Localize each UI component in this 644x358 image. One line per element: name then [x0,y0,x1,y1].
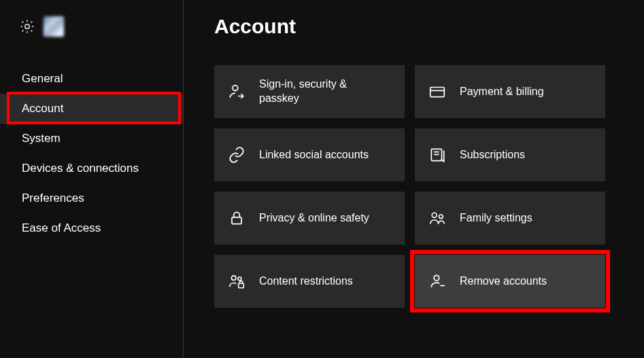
svg-rect-2 [430,88,445,97]
tile-signin-security[interactable]: Sign-in, security & passkey [214,65,405,118]
sidebar-item-account[interactable]: Account [0,94,183,124]
card-icon [428,83,446,101]
tile-label: Sign-in, security & passkey [259,77,388,106]
sidebar-item-preferences[interactable]: Preferences [0,183,183,213]
sidebar-item-devices[interactable]: Devices & connections [0,154,183,183]
sidebar: General Account System Devices & connect… [0,0,184,358]
svg-point-8 [432,213,437,217]
tile-label: Payment & billing [460,85,544,99]
tile-label: Subscriptions [460,148,525,162]
tile-label: Privacy & online safety [259,211,369,226]
sidebar-item-label: Account [22,102,63,115]
sidebar-nav: General Account System Devices & connect… [0,64,183,243]
sidebar-item-ease-of-access[interactable]: Ease of Access [0,213,183,243]
page-title: Account [214,15,624,38]
tile-linked-social[interactable]: Linked social accounts [214,128,405,181]
avatar [44,16,64,37]
svg-rect-12 [239,283,244,288]
person-remove-icon [428,272,446,290]
tile-grid: Sign-in, security & passkey Payment & bi… [214,65,624,308]
sidebar-item-system[interactable]: System [0,124,183,154]
people-lock-icon [228,272,245,290]
gear-icon [19,18,35,35]
tile-family-settings[interactable]: Family settings [415,192,605,245]
svg-point-1 [233,86,238,91]
lock-icon [228,209,245,227]
svg-rect-7 [232,217,241,224]
svg-point-0 [25,24,29,29]
person-signin-icon [228,83,245,101]
sidebar-item-label: Ease of Access [22,221,101,234]
tile-privacy-safety[interactable]: Privacy & online safety [214,192,405,245]
svg-point-10 [231,276,236,281]
tile-label: Family settings [460,211,532,226]
people-icon [428,209,446,227]
sidebar-header [0,12,183,64]
link-icon [228,146,245,164]
tile-content-restrictions[interactable]: Content restrictions [214,255,405,308]
tile-label: Remove accounts [460,274,547,289]
sidebar-item-label: System [22,132,61,145]
tile-label: Content restrictions [259,274,353,289]
tile-subscriptions[interactable]: Subscriptions [415,128,605,181]
svg-point-11 [238,277,241,281]
svg-point-9 [439,215,443,219]
sidebar-item-label: General [22,72,63,85]
tile-label: Linked social accounts [259,148,369,162]
svg-point-13 [434,275,439,281]
tile-remove-accounts[interactable]: Remove accounts [415,255,605,308]
sidebar-item-label: Preferences [22,192,84,204]
tile-payment-billing[interactable]: Payment & billing [415,65,605,118]
sidebar-item-label: Devices & connections [22,162,139,175]
sidebar-item-general[interactable]: General [0,64,183,94]
main-panel: Account Sign-in, security & passkey Paym… [184,0,644,358]
receipt-icon [428,146,446,164]
